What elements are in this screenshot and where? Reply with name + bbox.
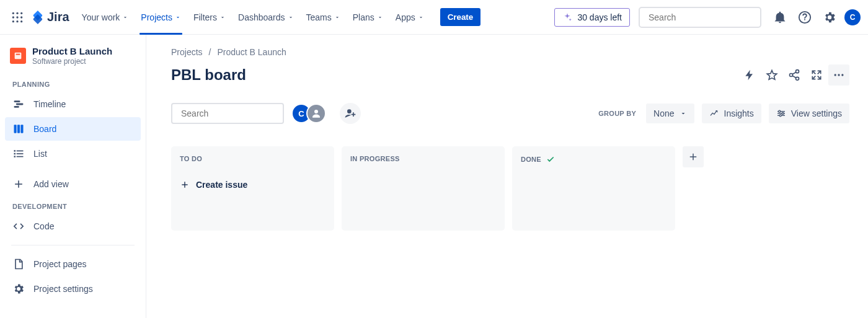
- svg-point-6: [12, 20, 14, 22]
- column-done[interactable]: DONE: [512, 146, 675, 231]
- global-search-input[interactable]: [649, 12, 757, 22]
- top-nav: Jira Your work Projects Filters Dashboar…: [0, 0, 868, 35]
- chevron-down-icon: [122, 14, 128, 20]
- chevron-down-icon: [288, 14, 294, 20]
- column-in-progress[interactable]: IN PROGRESS: [342, 146, 505, 231]
- svg-rect-22: [14, 153, 16, 155]
- sidebar-item-code[interactable]: Code: [5, 214, 141, 238]
- svg-point-37: [347, 109, 352, 113]
- sidebar-item-label: List: [33, 149, 47, 159]
- list-icon: [12, 148, 25, 160]
- column-header: TO DO: [180, 155, 328, 162]
- svg-rect-13: [16, 54, 20, 55]
- board-avatars: C: [291, 104, 326, 123]
- svg-rect-16: [14, 106, 19, 108]
- fullscreen-icon[interactable]: [806, 64, 827, 86]
- group-by-dropdown[interactable]: None: [646, 104, 694, 123]
- notifications-icon[interactable]: [770, 7, 790, 27]
- svg-point-27: [790, 74, 793, 77]
- nav-teams[interactable]: Teams: [300, 0, 347, 34]
- nav-filters[interactable]: Filters: [187, 0, 232, 34]
- nav-dashboards[interactable]: Dashboards: [232, 0, 300, 34]
- insights-button[interactable]: Insights: [702, 104, 761, 123]
- svg-point-32: [838, 74, 839, 76]
- svg-rect-18: [17, 125, 20, 133]
- timeline-icon: [12, 98, 25, 110]
- svg-point-33: [841, 74, 843, 76]
- board-columns: TO DO Create issue IN PROGRESS DONE: [171, 146, 849, 231]
- svg-point-26: [796, 70, 799, 73]
- sidebar-item-list[interactable]: List: [5, 142, 141, 166]
- trial-days-left[interactable]: 30 days left: [554, 8, 630, 27]
- sidebar-item-project-pages[interactable]: Project pages: [5, 252, 141, 276]
- share-icon[interactable]: [784, 64, 805, 86]
- app-switcher-icon[interactable]: [7, 7, 27, 27]
- project-header[interactable]: Product B Launch Software project: [5, 46, 141, 74]
- nav-apps[interactable]: Apps: [389, 0, 430, 34]
- svg-point-8: [20, 20, 22, 22]
- board-header: PBL board: [171, 64, 849, 86]
- svg-point-3: [12, 16, 14, 18]
- sidebar: Product B Launch Software project PLANNI…: [0, 35, 146, 318]
- user-avatar[interactable]: C: [844, 9, 861, 25]
- view-settings-button[interactable]: View settings: [769, 104, 849, 123]
- unassigned-avatar[interactable]: [306, 104, 326, 123]
- svg-line-30: [792, 76, 796, 77]
- gear-icon: [12, 283, 25, 295]
- board-search-input[interactable]: [181, 108, 290, 118]
- sidebar-item-label: Board: [33, 124, 56, 134]
- column-header: DONE: [521, 155, 669, 164]
- board-icon: [12, 123, 25, 135]
- svg-point-28: [796, 77, 799, 80]
- svg-rect-24: [14, 156, 16, 157]
- sidebar-item-label: Code: [33, 221, 54, 231]
- sidebar-item-timeline[interactable]: Timeline: [5, 92, 141, 116]
- chevron-down-icon: [334, 14, 340, 20]
- jira-logo[interactable]: Jira: [31, 10, 69, 24]
- plus-icon: [180, 180, 190, 190]
- sidebar-item-board[interactable]: Board: [5, 117, 141, 141]
- help-icon[interactable]: [795, 7, 815, 27]
- project-subtitle: Software project: [32, 57, 112, 66]
- svg-rect-15: [16, 104, 24, 105]
- add-people-button[interactable]: [340, 103, 361, 124]
- insights-icon: [709, 108, 719, 118]
- nav-projects[interactable]: Projects: [135, 0, 187, 34]
- main-content: Projects / Product B Launch PBL board: [146, 35, 868, 318]
- board-search[interactable]: [171, 103, 284, 124]
- svg-point-0: [12, 12, 14, 14]
- global-search[interactable]: [639, 7, 761, 28]
- jira-logo-text: Jira: [47, 10, 69, 24]
- svg-line-29: [792, 72, 796, 74]
- nav-plans[interactable]: Plans: [347, 0, 389, 34]
- breadcrumb-current[interactable]: Product B Launch: [217, 47, 286, 57]
- svg-point-41: [779, 110, 781, 112]
- days-left-text: 30 days left: [577, 12, 622, 22]
- sliders-icon: [776, 108, 786, 118]
- svg-point-36: [314, 110, 318, 113]
- add-column-button[interactable]: [683, 146, 704, 167]
- chevron-down-icon: [680, 110, 687, 117]
- more-icon[interactable]: [828, 64, 849, 86]
- section-planning-label: PLANNING: [5, 74, 141, 92]
- nav-items: Your work Projects Filters Dashboards Te…: [76, 0, 430, 34]
- svg-rect-23: [17, 153, 24, 154]
- sidebar-item-add-view[interactable]: Add view: [5, 172, 141, 196]
- svg-point-43: [779, 115, 781, 117]
- create-button[interactable]: Create: [440, 8, 481, 26]
- sidebar-item-label: Add view: [33, 179, 69, 189]
- chevron-down-icon: [377, 14, 383, 20]
- breadcrumb-separator: /: [209, 47, 211, 57]
- sparkle-icon: [562, 12, 572, 22]
- column-todo[interactable]: TO DO Create issue: [171, 146, 334, 231]
- column-header: IN PROGRESS: [350, 155, 498, 162]
- svg-rect-14: [14, 100, 20, 102]
- svg-point-2: [20, 12, 22, 14]
- settings-icon[interactable]: [820, 7, 839, 27]
- star-icon[interactable]: [761, 64, 782, 86]
- nav-your-work[interactable]: Your work: [76, 0, 135, 34]
- breadcrumb-root[interactable]: Projects: [171, 47, 203, 57]
- create-issue-button[interactable]: Create issue: [180, 180, 328, 190]
- sidebar-item-project-settings[interactable]: Project settings: [5, 277, 141, 301]
- automation-icon[interactable]: [739, 64, 760, 86]
